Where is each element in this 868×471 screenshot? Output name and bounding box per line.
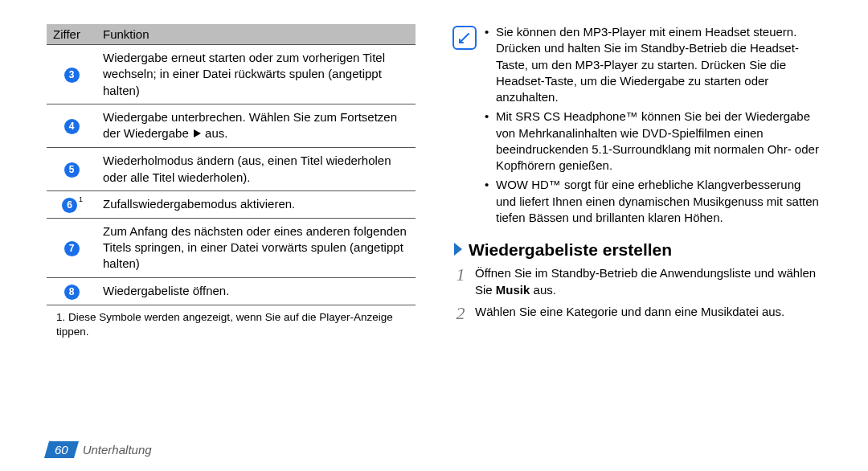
col-header-funktion: Funktion <box>96 24 416 45</box>
number-badge: 5 <box>64 162 80 178</box>
function-text: Wiedergabeliste öffnen. <box>96 277 416 305</box>
svg-marker-0 <box>194 129 201 137</box>
step: 1 Öffnen Sie im Standby-Betrieb die Anwe… <box>452 264 821 298</box>
col-header-ziffer: Ziffer <box>47 24 96 45</box>
page-number: 60 <box>44 441 79 458</box>
step-number: 1 <box>452 264 469 298</box>
note-bullet: Sie können den MP3-Player mit einem Head… <box>485 24 821 105</box>
table-row: 3 Wiedergabe erneut starten oder zum vor… <box>47 45 416 104</box>
table-row: 5 Wiederholmodus ändern (aus, einen Tite… <box>47 148 416 191</box>
function-text: Wiedergabe unterbrechen. Wählen Sie zum … <box>96 104 416 148</box>
play-icon <box>192 126 202 142</box>
table-row: 8 Wiedergabeliste öffnen. <box>47 277 416 305</box>
table-row: 61 Zufallswiedergabemodus aktivieren. <box>47 190 416 218</box>
function-text: Zum Anfang des nächsten oder eines ander… <box>96 218 416 277</box>
function-text: Zufallswiedergabemodus aktivieren. <box>96 190 416 218</box>
note-bullet: WOW HD™ sorgt für eine erhebliche Klangv… <box>485 177 821 226</box>
number-badge: 3 <box>64 68 80 83</box>
number-badge: 4 <box>64 119 80 134</box>
function-text: Wiederholmodus ändern (aus, einen Titel … <box>96 148 416 191</box>
footnote-ref: 1 <box>79 195 83 203</box>
function-table: Ziffer Funktion 3 Wiedergabe erneut star… <box>47 24 416 305</box>
page-footer: 60 Unterhaltung <box>47 441 152 458</box>
step: 2 Wählen Sie eine Kategorie und dann ein… <box>452 303 821 322</box>
number-badge: 7 <box>64 241 80 256</box>
number-badge: 6 <box>62 198 77 213</box>
number-badge: 8 <box>64 285 80 300</box>
function-text: Wiedergabe erneut starten oder zum vorhe… <box>96 45 416 104</box>
table-row: 7 Zum Anfang des nächsten oder eines and… <box>47 218 416 277</box>
step-text: Wählen Sie eine Kategorie und dann eine … <box>475 303 821 322</box>
section-title: Wiedergabeliste erstellen <box>452 240 821 260</box>
step-text: Öffnen Sie im Standby-Betrieb die Anwend… <box>475 264 821 298</box>
note-bullets: Sie können den MP3-Player mit einem Head… <box>485 24 821 229</box>
chevron-right-icon <box>452 241 464 260</box>
left-column: Ziffer Funktion 3 Wiedergabe erneut star… <box>47 24 416 339</box>
footer-section-label: Unterhaltung <box>83 443 152 457</box>
table-row: 4 Wiedergabe unterbrechen. Wählen Sie zu… <box>47 104 416 148</box>
svg-marker-1 <box>454 243 462 256</box>
note-bullet: Mit SRS CS Headphone™ können Sie bei der… <box>485 109 821 174</box>
right-column: Sie können den MP3-Player mit einem Head… <box>452 24 821 339</box>
footnote: 1. Diese Symbole werden angezeigt, wenn … <box>47 305 416 339</box>
note-icon <box>452 26 477 50</box>
step-number: 2 <box>452 303 469 322</box>
